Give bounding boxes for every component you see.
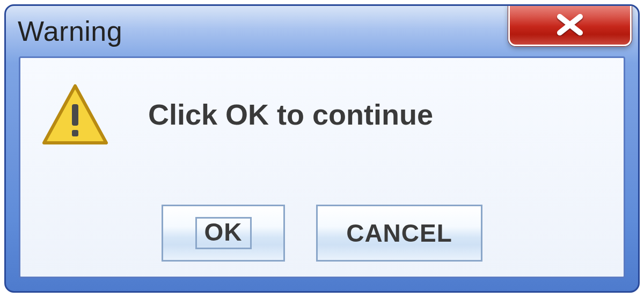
- warning-icon: [41, 83, 111, 146]
- svg-line-0: [560, 17, 580, 33]
- svg-rect-4: [72, 130, 78, 136]
- close-button[interactable]: [508, 4, 632, 46]
- ok-button-label: OK: [195, 217, 252, 249]
- dialog-message: Click OK to continue: [148, 98, 433, 131]
- cancel-button-label: CANCEL: [346, 219, 452, 248]
- svg-rect-3: [72, 104, 78, 126]
- dialog-body: Click OK to continue OK CANCEL: [19, 56, 625, 278]
- ok-button[interactable]: OK: [162, 205, 285, 262]
- dialog-title: Warning: [18, 15, 122, 47]
- svg-line-1: [560, 17, 580, 33]
- warning-dialog: Warning: [4, 4, 640, 293]
- close-icon: [554, 13, 586, 36]
- titlebar: Warning: [6, 6, 638, 56]
- cancel-button[interactable]: CANCEL: [316, 205, 482, 262]
- message-row: Click OK to continue: [41, 83, 608, 146]
- button-row: OK CANCEL: [20, 205, 624, 262]
